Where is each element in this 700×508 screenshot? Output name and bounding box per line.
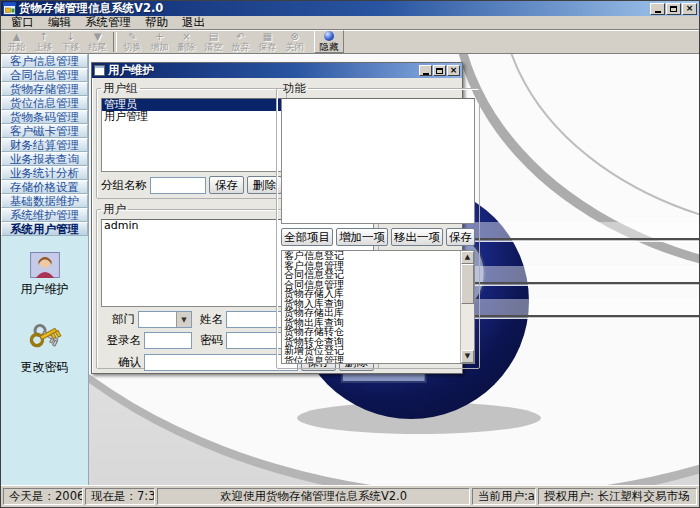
sidebar-item[interactable]: 业务报表查询	[1, 152, 88, 166]
toolbar-button-label: 增加	[150, 42, 168, 52]
toolbar-button-icon: ↑	[39, 32, 47, 42]
menu-item[interactable]: 系统管理	[78, 15, 138, 30]
menu-item[interactable]: 退出	[175, 15, 212, 30]
toolbar-button-label: 清空	[204, 42, 222, 52]
confirm-input[interactable]	[144, 354, 298, 371]
restore-button[interactable]	[666, 3, 681, 15]
sidebar-item[interactable]: 基础数据维护	[1, 194, 88, 208]
sidebar-item[interactable]: 系统维护管理	[1, 208, 88, 222]
functions-action-button[interactable]: 保存	[446, 228, 475, 246]
scrollbar-track[interactable]	[461, 264, 474, 350]
sidebar-item[interactable]: 系统用户管理	[1, 222, 88, 236]
user-group-list[interactable]: 管理员用户管理	[101, 98, 282, 172]
sidebar-item[interactable]: 货物存储管理	[1, 82, 88, 96]
toolbar-button-label: 关闭	[285, 42, 303, 52]
toolbar-button[interactable]: ↶ 放弃	[227, 31, 254, 53]
hide-button[interactable]: 隐藏	[314, 30, 344, 53]
window-title: 货物存储管理信息系统V2.0	[19, 1, 649, 16]
toolbar-button[interactable]: + 增加	[146, 31, 173, 53]
functions-action-button[interactable]: 增加一项	[336, 228, 388, 246]
scroll-down-icon[interactable]: ▼	[461, 350, 474, 363]
functions-action-button[interactable]: 全部项目	[281, 228, 333, 246]
functions-scrollbar[interactable]: ▲ ▼	[460, 251, 474, 363]
dept-label: 部门	[101, 312, 135, 327]
user-group-fieldset: 用户组 管理员用户管理 分组名称 保存 删除	[96, 81, 287, 199]
toolbar-button[interactable]: ↓ 下移	[57, 31, 84, 53]
app-window: 货物存储管理信息系统V2.0 × 窗口编辑系统管理帮助退出 ▲ 开始 ↑ 上移 …	[0, 0, 700, 508]
sidebar-item[interactable]: 业务统计分析	[1, 166, 88, 180]
login-input[interactable]	[144, 332, 192, 349]
shortcut-label: 更改密码	[21, 359, 69, 376]
close-button[interactable]: ×	[682, 3, 697, 15]
toolbar-button[interactable]: ▤ 清空	[200, 31, 227, 53]
toolbar-button-icon: ⊗	[290, 32, 298, 42]
sidebar-item[interactable]: 财务结算管理	[1, 138, 88, 152]
group-name-input[interactable]	[150, 177, 206, 194]
scroll-up-icon[interactable]: ▲	[461, 251, 474, 264]
toolbar-button[interactable]: ▲ 开始	[3, 31, 30, 53]
functions-action-button[interactable]: 移出一项	[391, 228, 443, 246]
confirm-label: 确认	[101, 355, 141, 370]
shortcut-label: 用户维护	[21, 281, 69, 298]
dialog-title-bar[interactable]: 用户维护 ×	[92, 63, 462, 78]
app-icon	[3, 2, 16, 15]
toolbar-button-icon: +	[155, 32, 163, 42]
menu-item[interactable]: 帮助	[138, 15, 175, 30]
sidebar-item[interactable]: 客户信息管理	[1, 54, 88, 68]
globe-icon	[324, 31, 334, 41]
toolbar-button-label: 保存	[258, 42, 276, 52]
minimize-button[interactable]	[650, 3, 665, 15]
toolbar-button-label: 下移	[61, 42, 79, 52]
scrollbar-thumb[interactable]	[461, 264, 474, 304]
assigned-functions-list[interactable]	[281, 98, 475, 224]
dialog-title: 用户维护	[108, 63, 418, 78]
toolbar-buttons: ▲ 开始 ↑ 上移 ↓ 下移 ▼ 结尾 ✎ 切换 + 增加 ×	[3, 31, 308, 53]
toolbar-button[interactable]: ✎ 切换	[119, 31, 146, 53]
sidebar-item[interactable]: 货位信息管理	[1, 96, 88, 110]
all-functions-list[interactable]: 客户信息登记客户信息管理合同信息登记合同信息管理货物存储入库货物入库查询货物存储…	[282, 251, 460, 363]
toolbar-button-icon: ▦	[263, 32, 272, 42]
dept-select[interactable]: ▼	[138, 311, 192, 328]
login-label: 登录名	[101, 333, 141, 348]
status-bar: 今天是：2006-09-05 现在是：7:31:14 欢迎使用货物存储管理信息系…	[1, 485, 699, 507]
group-save-button[interactable]: 保存	[209, 176, 244, 194]
toolbar-button-icon: ×	[182, 32, 190, 42]
dialog-minimize-button[interactable]	[419, 65, 432, 76]
dialog-left-column: 用户组 管理员用户管理 分组名称 保存 删除	[96, 81, 272, 369]
status-welcome: 欢迎使用货物存储管理信息系统V2.0	[157, 488, 470, 505]
toolbar-button-label: 切换	[123, 42, 141, 52]
shortcut-user-maintenance[interactable]: 用户维护	[21, 252, 69, 298]
all-functions-listbox: 客户信息登记客户信息管理合同信息登记合同信息管理货物存储入库货物入库查询货物存储…	[281, 250, 475, 364]
sidebar-item[interactable]: 货物条码管理	[1, 110, 88, 124]
sidebar-shortcuts: 用户维护	[1, 236, 88, 485]
dialog-icon	[94, 65, 105, 76]
dialog-right-column: 功能 全部项目增加一项移出一项保存 客户信息登记客户信息管理合同信息登记合同信息…	[276, 81, 480, 369]
chevron-down-icon[interactable]: ▼	[176, 312, 191, 327]
group-name-row: 分组名称 保存 删除	[101, 176, 282, 194]
toolbar-button[interactable]: ⊗ 关闭	[281, 31, 308, 53]
menu-item[interactable]: 编辑	[41, 15, 78, 30]
shortcut-change-password[interactable]: 更改密码	[21, 320, 69, 376]
key-icon	[27, 320, 63, 356]
status-date: 今天是：2006-09-05	[3, 488, 83, 505]
function-list-item[interactable]: 货位信息管理	[282, 356, 460, 364]
dialog-close-button[interactable]: ×	[447, 65, 460, 76]
functions-legend: 功能	[281, 81, 308, 96]
toolbar-button[interactable]	[113, 32, 117, 52]
mdi-workspace: P 用户维护	[89, 54, 699, 485]
menu-bar: 窗口编辑系统管理帮助退出	[1, 16, 699, 30]
functions-buttons: 全部项目增加一项移出一项保存	[281, 228, 475, 246]
toolbar-button[interactable]: ▦ 保存	[254, 31, 281, 53]
user-group-list-item[interactable]: 用户管理	[102, 111, 281, 123]
sidebar-item[interactable]: 合同信息管理	[1, 68, 88, 82]
toolbar-button[interactable]: ▼ 结尾	[84, 31, 111, 53]
dialog-restore-button[interactable]	[433, 65, 446, 76]
status-current-user: 当前用户:admin	[472, 488, 536, 505]
toolbar-button-icon: ✎	[128, 32, 136, 42]
sidebar-item[interactable]: 存储价格设置	[1, 180, 88, 194]
menu-item[interactable]: 窗口	[4, 15, 41, 30]
title-bar: 货物存储管理信息系统V2.0 ×	[1, 1, 699, 16]
sidebar-item[interactable]: 客户磁卡管理	[1, 124, 88, 138]
toolbar-button[interactable]: ↑ 上移	[30, 31, 57, 53]
toolbar-button[interactable]: × 删除	[173, 31, 200, 53]
